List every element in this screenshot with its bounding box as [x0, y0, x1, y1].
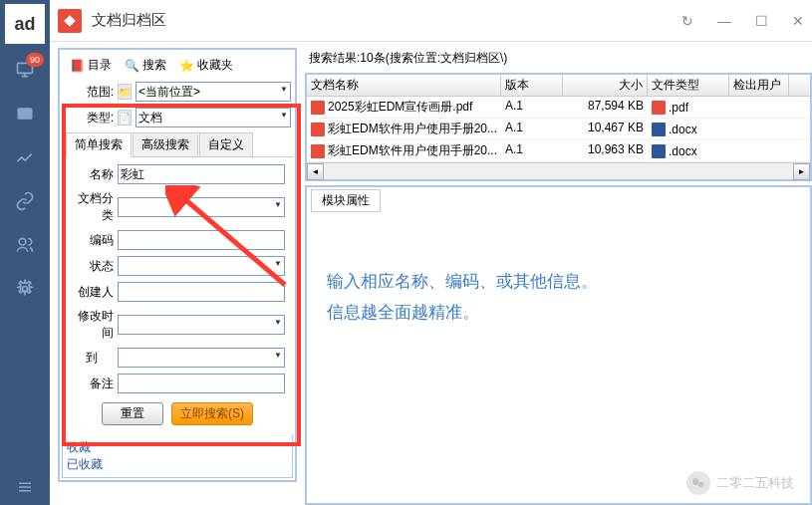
props-tab[interactable]: 模块属性	[311, 189, 381, 212]
favorites-panel: 收藏 已收藏	[62, 435, 293, 478]
catalog-button[interactable]: 📕 目录	[64, 54, 117, 77]
sidebar-monitor[interactable]: 90	[0, 48, 50, 92]
table-row[interactable]: 彩虹EDM软件用户使用手册20...A.110,963 KB.docx	[307, 140, 810, 162]
code-input[interactable]	[118, 230, 285, 250]
left-panel: 📕 目录 🔍 搜索 ⭐ 收藏夹 范围: 📁 类型: 📄 简单搜索	[58, 48, 297, 482]
type-icon: 📄	[118, 110, 132, 126]
star-icon: ⭐	[178, 58, 194, 74]
file-icon	[311, 123, 325, 136]
search-icon: 🔍	[124, 58, 139, 74]
tab-advanced-search[interactable]: 高级搜索	[133, 132, 198, 156]
file-icon	[311, 101, 325, 115]
left-toolbar: 📕 目录 🔍 搜索 ⭐ 收藏夹	[62, 52, 293, 79]
notification-badge: 90	[26, 53, 44, 67]
creator-input[interactable]	[118, 282, 285, 302]
wechat-icon	[686, 471, 710, 495]
scope-icon: 📁	[118, 84, 132, 100]
tab-simple-search[interactable]: 简单搜索	[66, 132, 132, 157]
scope-label: 范围:	[70, 84, 114, 101]
table-row[interactable]: 2025彩虹EDM宣传画册.pdfA.187,594 KB.pdf	[307, 97, 810, 119]
svg-point-2	[19, 238, 26, 245]
sidebar-link[interactable]	[0, 179, 50, 223]
window-title: 文档归档区	[92, 11, 166, 30]
col-header-filetype[interactable]: 文件类型	[648, 75, 729, 96]
svg-rect-1	[18, 108, 33, 120]
app-logo: ad	[5, 4, 45, 44]
refresh-icon[interactable]: ↻	[681, 13, 693, 29]
modtime-from-select[interactable]	[118, 315, 285, 335]
catalog-icon: 📕	[69, 58, 85, 74]
svg-point-6	[692, 478, 699, 485]
category-label: 文档分类	[70, 190, 114, 224]
modtime-label: 修改时间	[70, 308, 114, 342]
results-summary: 搜索结果:10条(搜索位置:文档归档区\)	[305, 48, 812, 69]
status-select[interactable]	[118, 256, 285, 276]
code-label: 编码	[70, 232, 114, 249]
maximize-button[interactable]: ☐	[755, 13, 768, 29]
modtime-to-select[interactable]	[118, 348, 285, 368]
status-label: 状态	[70, 258, 114, 275]
name-label: 名称	[70, 166, 114, 183]
col-header-name[interactable]: 文档名称	[307, 75, 501, 96]
right-panel: 搜索结果:10条(搜索位置:文档归档区\) 文档名称 版本 大小 文件类型 检出…	[305, 48, 812, 505]
col-header-version[interactable]: 版本	[501, 75, 563, 96]
close-button[interactable]: ✕	[792, 13, 804, 29]
reset-button[interactable]: 重置	[102, 402, 163, 425]
file-icon	[311, 144, 325, 158]
remark-label: 备注	[70, 376, 114, 392]
scroll-left-icon[interactable]: ◄	[307, 163, 324, 180]
col-header-size[interactable]: 大小	[563, 75, 648, 96]
window-titlebar: 文档归档区 ↻ — ☐ ✕	[50, 0, 812, 42]
search-tabs: 简单搜索 高级搜索 自定义	[62, 132, 293, 157]
table-row[interactable]: 彩虹EDM软件用户使用手册20...A.110,467 KB.docx	[307, 119, 810, 140]
type-label: 类型:	[70, 110, 114, 126]
col-header-user[interactable]: 检出用户	[729, 75, 789, 96]
category-select[interactable]	[118, 197, 285, 217]
scroll-right-icon[interactable]: ►	[793, 163, 810, 180]
titlebar-app-icon	[58, 9, 82, 33]
search-form: 名称 文档分类 编码 状态 创建人 修改时间	[62, 157, 293, 435]
watermark: 二零二五科技	[686, 471, 794, 495]
sidebar-users[interactable]	[0, 223, 50, 267]
creator-label: 创建人	[70, 284, 114, 301]
to-label: 到	[70, 350, 114, 367]
grid-scrollbar[interactable]: ◄ ►	[307, 162, 810, 179]
tab-custom-search[interactable]: 自定义	[199, 132, 253, 156]
properties-panel: 模块属性 输入相应名称、编码、或其他信息。 信息越全面越精准。	[305, 185, 812, 505]
sidebar-settings[interactable]	[0, 267, 50, 311]
svg-point-7	[698, 482, 703, 487]
hint-line-2: 信息越全面越精准。	[327, 298, 790, 329]
name-input[interactable]	[118, 164, 285, 184]
app-sidebar: ad 90	[0, 0, 50, 505]
results-grid: 文档名称 版本 大小 文件类型 检出用户 2025彩虹EDM宣传画册.pdfA.…	[305, 73, 812, 181]
search-submit-button[interactable]: 立即搜索(S)	[171, 402, 253, 425]
minimize-button[interactable]: —	[717, 13, 731, 29]
sidebar-card[interactable]	[0, 92, 50, 135]
remark-input[interactable]	[118, 374, 285, 393]
favorites-button[interactable]: ⭐ 收藏夹	[173, 54, 238, 77]
scope-select[interactable]	[135, 82, 291, 102]
filetype-icon	[652, 123, 666, 136]
filetype-icon	[652, 101, 666, 115]
sidebar-analytics[interactable]	[0, 135, 50, 179]
hint-line-1: 输入相应名称、编码、或其他信息。	[327, 267, 790, 298]
favorited-link[interactable]: 已收藏	[67, 456, 288, 473]
favorites-link[interactable]: 收藏	[67, 439, 288, 456]
search-button[interactable]: 🔍 搜索	[119, 54, 171, 77]
type-select[interactable]	[135, 108, 291, 127]
sidebar-menu[interactable]	[0, 469, 50, 505]
filetype-icon	[652, 144, 666, 158]
